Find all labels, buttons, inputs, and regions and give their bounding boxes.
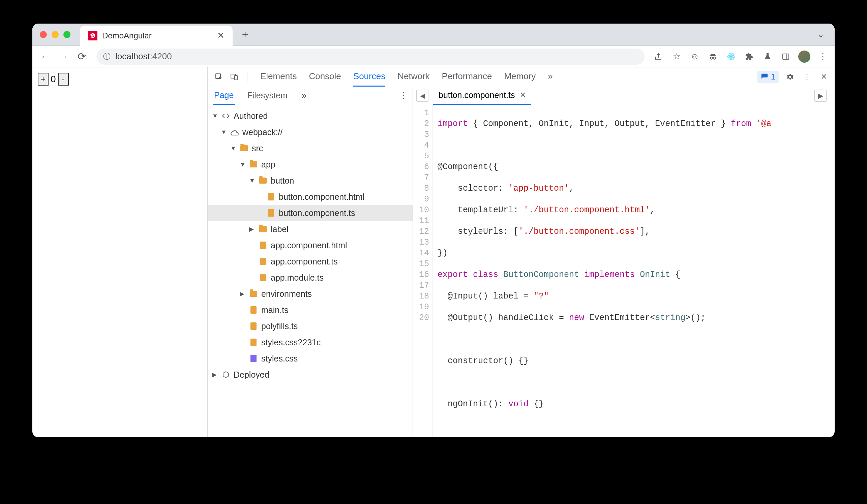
counter-widget: + 0 -	[38, 73, 202, 86]
tab-title: DemoAngular	[102, 31, 152, 41]
tab-close-icon[interactable]: ✕	[217, 30, 225, 41]
profile-avatar[interactable]	[798, 51, 810, 63]
nav-tab-page[interactable]: Page	[213, 86, 235, 105]
forward-button[interactable]: →	[57, 50, 70, 63]
main-area: + 0 - Elements Console Sources Network P…	[32, 67, 835, 437]
maximize-window-button[interactable]	[63, 31, 71, 38]
nav-tabs-overflow-icon[interactable]: »	[302, 90, 307, 101]
close-window-button[interactable]	[40, 31, 47, 38]
folder-icon	[249, 289, 258, 298]
code-icon	[222, 111, 230, 120]
tree-authored[interactable]: ▼Authored	[208, 108, 413, 124]
code-editor[interactable]: 1234567891011121314151617181920 import {…	[413, 105, 835, 437]
tree-label-folder[interactable]: ▶label	[208, 221, 413, 237]
toggle-debugger-icon[interactable]: ▶	[814, 90, 826, 102]
code-content: import { Component, OnInit, Input, Outpu…	[433, 105, 776, 437]
folder-icon	[240, 144, 248, 153]
browser-window: DemoAngular ✕ + ⌄ ← → ⟳ ⓘ localhost:4200…	[32, 24, 835, 437]
inspect-element-icon[interactable]	[213, 71, 225, 83]
file-icon	[249, 306, 258, 314]
issues-badge[interactable]: 1	[757, 71, 779, 83]
line-gutter: 1234567891011121314151617181920	[413, 105, 433, 437]
device-toolbar-icon[interactable]	[228, 71, 240, 83]
file-icon	[267, 209, 275, 217]
counter-value: 0	[51, 74, 56, 85]
file-icon	[258, 241, 267, 250]
file-icon	[258, 273, 267, 282]
new-tab-button[interactable]: +	[242, 28, 248, 41]
tree-styles-query[interactable]: styles.css?231c	[208, 334, 413, 350]
tab-performance[interactable]: Performance	[442, 67, 492, 87]
nav-menu-icon[interactable]: ⋮	[399, 90, 408, 101]
toggle-navigator-icon[interactable]: ◀	[416, 90, 428, 102]
extension-flask-icon[interactable]	[762, 51, 773, 62]
increment-button[interactable]: +	[38, 73, 49, 86]
tree-app-ts[interactable]: app.component.ts	[208, 253, 413, 270]
extension-incognito-icon[interactable]	[707, 51, 719, 62]
svg-rect-6	[783, 54, 789, 59]
file-icon	[267, 193, 275, 201]
editor-tab[interactable]: button.component.ts ✕	[433, 86, 531, 105]
devtools-tabs: Elements Console Sources Network Perform…	[260, 67, 553, 87]
reload-button[interactable]: ⟳	[75, 50, 88, 63]
tab-memory[interactable]: Memory	[504, 67, 536, 87]
tree-styles[interactable]: styles.css	[208, 350, 413, 366]
tree-main-ts[interactable]: main.ts	[208, 302, 413, 318]
back-button[interactable]: ←	[39, 50, 52, 63]
issues-count: 1	[771, 72, 775, 81]
extension-skull-icon[interactable]: ☺	[689, 51, 700, 62]
tree-environments[interactable]: ▶environments	[208, 286, 413, 302]
file-icon	[249, 322, 258, 330]
tab-sources[interactable]: Sources	[353, 67, 385, 87]
bookmark-star-icon[interactable]: ☆	[671, 51, 682, 62]
tabs-overflow-icon[interactable]: »	[548, 67, 553, 87]
cloud-icon	[230, 128, 239, 136]
extension-react-icon[interactable]	[725, 51, 737, 62]
extensions-puzzle-icon[interactable]	[743, 51, 755, 62]
devtools-close-icon[interactable]: ✕	[818, 71, 830, 83]
tree-src[interactable]: ▼src	[208, 140, 413, 156]
tree-deployed[interactable]: ▶Deployed	[208, 366, 413, 383]
tree-app-html[interactable]: app.component.html	[208, 237, 413, 253]
nav-tab-filesystem[interactable]: Filesystem	[246, 87, 289, 105]
titlebar: DemoAngular ✕ + ⌄	[32, 24, 835, 46]
sources-navigator: Page Filesystem » ⋮ ▼Authored ▼webpack:/…	[208, 86, 413, 437]
decrement-button[interactable]: -	[58, 73, 69, 86]
folder-icon	[258, 225, 267, 233]
browser-tab[interactable]: DemoAngular ✕	[80, 25, 233, 46]
chrome-menu-icon[interactable]: ⋮	[817, 51, 828, 62]
site-info-icon[interactable]: ⓘ	[103, 52, 110, 62]
editor-tabs: ◀ button.component.ts ✕ ▶	[413, 86, 835, 105]
tab-network[interactable]: Network	[397, 67, 429, 87]
tab-elements[interactable]: Elements	[260, 67, 297, 87]
devtools-toolbar: Elements Console Sources Network Perform…	[208, 67, 835, 86]
tree-app-module[interactable]: app.module.ts	[208, 270, 413, 286]
url-input[interactable]: ⓘ localhost:4200	[96, 48, 644, 65]
editor-tab-close-icon[interactable]: ✕	[520, 91, 526, 99]
tree-button-html[interactable]: button.component.html	[208, 189, 413, 205]
svg-point-1	[713, 57, 716, 59]
tree-button-folder[interactable]: ▼button	[208, 173, 413, 189]
share-icon[interactable]	[653, 51, 664, 62]
minimize-window-button[interactable]	[52, 31, 58, 38]
toolbar-icons: ☆ ☺ ⋮	[653, 51, 828, 63]
tab-console[interactable]: Console	[309, 67, 341, 87]
tree-webpack[interactable]: ▼webpack://	[208, 124, 413, 140]
file-icon	[258, 257, 267, 266]
tree-app[interactable]: ▼app	[208, 156, 413, 173]
address-bar: ← → ⟳ ⓘ localhost:4200 ☆ ☺ ⋮	[32, 46, 835, 67]
angular-favicon-icon	[88, 31, 97, 41]
file-icon	[249, 338, 258, 347]
svg-rect-10	[235, 76, 237, 80]
svg-point-2	[730, 56, 732, 57]
page-content: + 0 -	[32, 67, 208, 437]
folder-icon	[258, 176, 267, 185]
devtools-menu-icon[interactable]: ⋮	[801, 71, 813, 83]
file-tree: ▼Authored ▼webpack:// ▼src ▼app ▼button …	[208, 105, 413, 385]
settings-gear-icon[interactable]	[784, 71, 796, 83]
tabs-dropdown-icon[interactable]: ⌄	[817, 29, 825, 40]
tree-polyfills[interactable]: polyfills.ts	[208, 318, 413, 334]
side-panel-icon[interactable]	[780, 51, 792, 62]
tree-button-ts[interactable]: button.component.ts	[208, 205, 413, 221]
traffic-lights	[40, 31, 71, 38]
